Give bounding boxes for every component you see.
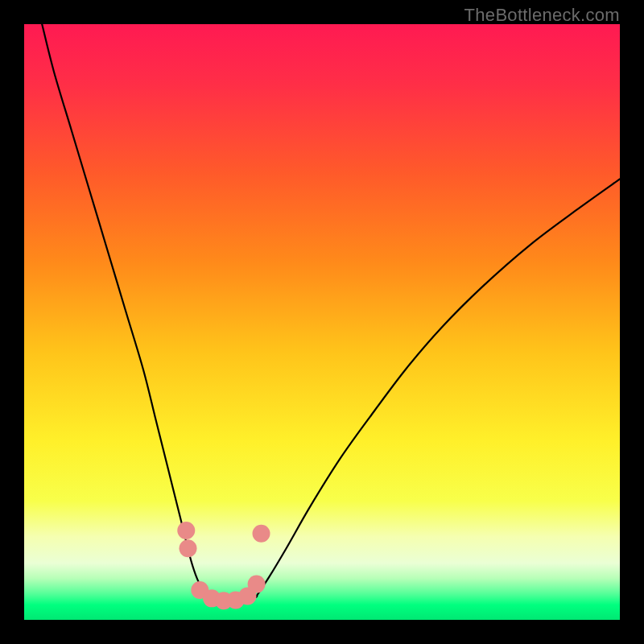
watermark-text: TheBottleneck.com [464, 5, 620, 26]
marker-group [177, 522, 270, 609]
bottleneck-curve [42, 24, 620, 602]
plot-area [24, 24, 620, 620]
data-marker [248, 576, 266, 593]
curve-layer [24, 24, 620, 620]
data-marker [180, 539, 197, 557]
chart-frame: TheBottleneck.com [0, 0, 644, 644]
data-marker [177, 522, 195, 539]
data-marker [253, 525, 270, 543]
